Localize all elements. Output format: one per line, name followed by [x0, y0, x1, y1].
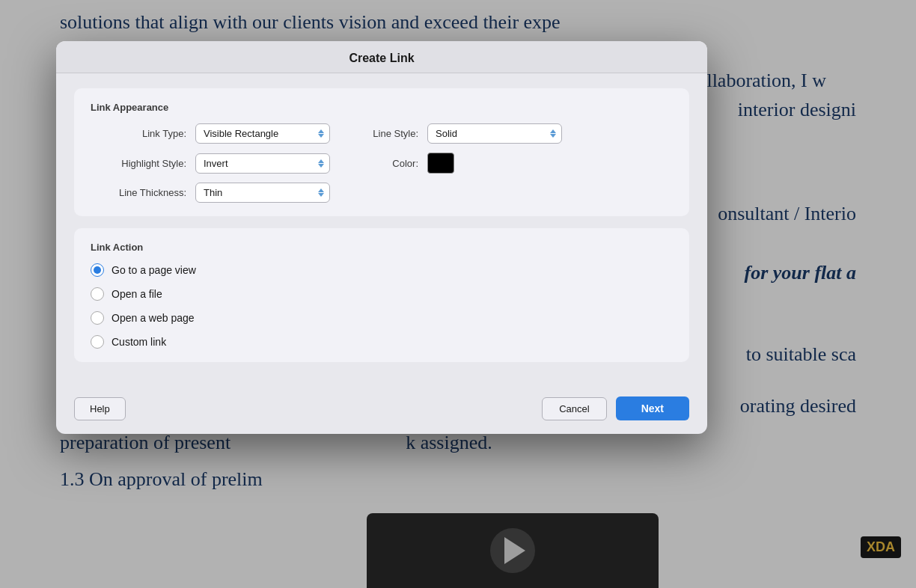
next-button[interactable]: Next — [616, 396, 689, 420]
line-thickness-label: Line Thickness: — [91, 187, 195, 198]
radio-open-web-page[interactable]: Open a web page — [91, 311, 673, 325]
radio-open-file[interactable]: Open a file — [91, 287, 673, 301]
help-button[interactable]: Help — [74, 397, 126, 420]
color-col: Color: — [360, 153, 454, 174]
radio-go-to-page-view-label: Go to a page view — [112, 264, 196, 276]
link-type-select-wrapper: Visible Rectangle Invisible Rectangle — [195, 123, 330, 144]
link-appearance-section: Link Appearance Link Type: Visible Recta… — [74, 88, 689, 216]
radio-open-web-page-indicator — [91, 311, 104, 325]
radio-go-to-page-view[interactable]: Go to a page view — [91, 263, 673, 277]
radio-group: Go to a page view Open a file Open a web… — [91, 263, 673, 349]
button-row: Help Cancel Next — [56, 389, 707, 434]
link-action-section: Link Action Go to a page view Open a fil… — [74, 228, 689, 362]
radio-open-file-indicator — [91, 287, 104, 301]
highlight-style-select-wrapper: Invert None Outline Push — [195, 153, 330, 174]
color-swatch[interactable] — [427, 153, 454, 174]
dialog-body: Link Appearance Link Type: Visible Recta… — [56, 73, 707, 389]
dialog-titlebar: Create Link — [56, 41, 707, 73]
create-link-dialog: Create Link Link Appearance Link Type: V… — [56, 41, 707, 434]
link-type-row: Link Type: Visible Rectangle Invisible R… — [91, 123, 673, 144]
cancel-button[interactable]: Cancel — [542, 397, 606, 420]
line-style-select-wrapper: Solid Dashed Underline — [427, 123, 562, 144]
line-thickness-select[interactable]: Thin Medium Thick — [195, 183, 330, 203]
line-style-label: Line Style: — [360, 128, 427, 139]
radio-go-to-page-view-indicator — [91, 263, 104, 277]
link-action-label: Link Action — [91, 242, 673, 253]
line-style-select[interactable]: Solid Dashed Underline — [427, 123, 562, 144]
radio-go-to-page-view-dot — [94, 266, 101, 274]
link-type-select[interactable]: Visible Rectangle Invisible Rectangle — [195, 123, 330, 144]
highlight-style-row: Highlight Style: Invert None Outline Pus… — [91, 153, 673, 174]
radio-open-web-page-label: Open a web page — [112, 312, 195, 324]
radio-open-file-label: Open a file — [112, 288, 162, 300]
link-appearance-label: Link Appearance — [91, 102, 673, 113]
radio-custom-link-indicator — [91, 335, 104, 349]
link-type-label: Link Type: — [91, 128, 195, 139]
line-thickness-row: Line Thickness: Thin Medium Thick — [91, 183, 673, 203]
line-thickness-select-wrapper: Thin Medium Thick — [195, 183, 330, 203]
highlight-style-label: Highlight Style: — [91, 158, 195, 169]
dialog-title: Create Link — [349, 52, 414, 64]
color-label: Color: — [360, 158, 427, 169]
line-style-col: Line Style: Solid Dashed Underline — [360, 123, 562, 144]
radio-custom-link[interactable]: Custom link — [91, 335, 673, 349]
radio-custom-link-label: Custom link — [112, 336, 166, 348]
highlight-style-select[interactable]: Invert None Outline Push — [195, 153, 330, 174]
